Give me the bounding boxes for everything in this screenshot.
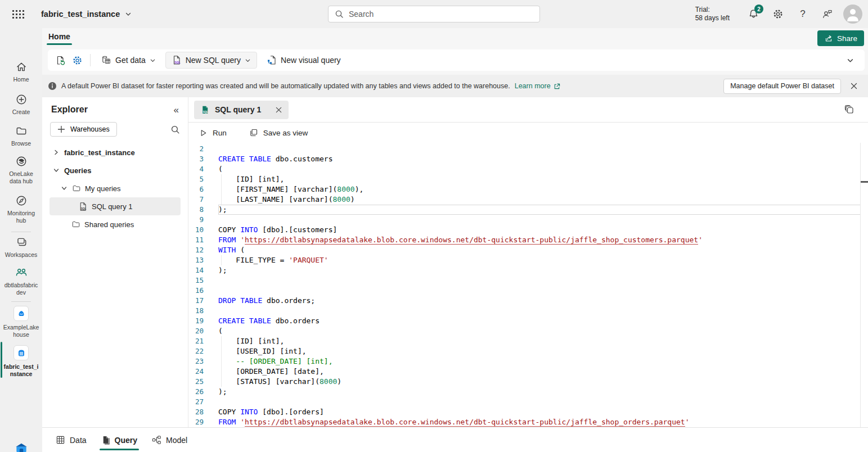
- new-visual-query-button[interactable]: New visual query: [260, 52, 347, 69]
- tree-item-my-queries[interactable]: My queries: [50, 179, 181, 197]
- gear-blue-icon: [72, 55, 83, 66]
- line-number: 23: [188, 356, 204, 367]
- sidebar-item-dbtlabsfabricdev[interactable]: dbtlabsfabricdev: [0, 266, 42, 296]
- external-link-icon: [553, 83, 560, 90]
- chevron-right-icon: [52, 148, 60, 156]
- code-line[interactable]: 29FROM 'https://dbtlabsynapsedatalake.bl…: [188, 417, 868, 427]
- code-line[interactable]: 12WITH (: [188, 245, 868, 255]
- banner-close-button[interactable]: [845, 78, 862, 94]
- code-line[interactable]: 19CREATE TABLE dbo.orders: [188, 316, 868, 326]
- layout-panes-icon[interactable]: [844, 105, 854, 115]
- code-text: DROP TABLE dbo.orders;: [218, 296, 861, 306]
- new-sql-query-button[interactable]: SQL New SQL query: [165, 52, 257, 69]
- line-number: 16: [188, 286, 204, 296]
- sidebar-item-browse[interactable]: Browse: [0, 125, 42, 147]
- feedback-button[interactable]: [815, 2, 840, 26]
- code-line[interactable]: 11FROM 'https://dbtlabsynapsedatalake.bl…: [188, 235, 868, 245]
- save-as-view-button[interactable]: Save as view: [246, 126, 312, 139]
- code-line[interactable]: 15: [188, 275, 868, 286]
- search-input[interactable]: Search: [328, 6, 540, 22]
- tree-item-shared-queries[interactable]: Shared queries: [50, 215, 181, 233]
- collapse-panel-icon[interactable]: «: [174, 105, 179, 115]
- workspaces-icon: [15, 236, 28, 248]
- tab-home[interactable]: Home: [47, 32, 72, 41]
- tree-item-sql-query-1[interactable]: SQL SQL query 1: [50, 197, 181, 215]
- code-line[interactable]: 20(: [188, 326, 868, 336]
- top-bar-actions: Trial: 58 days left 2 ?: [695, 0, 868, 28]
- line-number: 26: [188, 387, 204, 397]
- sidebar-item-create[interactable]: Create: [0, 93, 42, 116]
- code-line[interactable]: 13 FILE_TYPE = 'PARQUET': [188, 255, 868, 265]
- tab-data[interactable]: Data: [56, 428, 87, 452]
- app-launcher-icon[interactable]: [12, 10, 24, 19]
- code-line[interactable]: 9: [188, 215, 868, 225]
- code-line[interactable]: 2: [188, 144, 868, 154]
- tab-model[interactable]: Model: [152, 428, 187, 452]
- code-line[interactable]: 3CREATE TABLE dbo.customers: [188, 154, 868, 164]
- line-number: 7: [188, 195, 204, 205]
- ribbon-tab-row: Home Share: [42, 28, 868, 48]
- refresh-dataset-button[interactable]: [52, 52, 69, 69]
- editor-overview-ruler[interactable]: [860, 143, 861, 427]
- get-data-button[interactable]: Get data: [95, 52, 162, 69]
- lakehouse-icon: [14, 306, 29, 321]
- code-line[interactable]: 24 [ORDER_DATE] [date],: [188, 367, 868, 377]
- code-line[interactable]: 16: [188, 286, 868, 296]
- search-icon: [335, 10, 344, 19]
- code-line[interactable]: 8);: [188, 205, 868, 215]
- code-line[interactable]: 28COPY INTO [dbo].[orders]: [188, 407, 868, 417]
- tree-item-queries[interactable]: Queries: [50, 161, 181, 179]
- code-line[interactable]: 4(: [188, 164, 868, 174]
- code-text: FROM 'https://dbtlabsynapsedatalake.blob…: [218, 417, 861, 427]
- code-line[interactable]: 22 [USER_ID] [int],: [188, 346, 868, 356]
- help-button[interactable]: ?: [790, 2, 815, 26]
- code-line[interactable]: 18: [188, 306, 868, 316]
- sidebar-item-onelake-data-hub[interactable]: OneLake data hub: [0, 155, 42, 185]
- model-diagram-icon: [152, 435, 161, 445]
- avatar[interactable]: [843, 4, 862, 24]
- code-text: [USER_ID] [int],: [218, 346, 861, 356]
- code-text: (: [218, 326, 861, 336]
- learn-more-link[interactable]: Learn more: [515, 82, 560, 90]
- share-button[interactable]: Share: [817, 30, 864, 46]
- sidebar-item-data-warehouse[interactable]: Data Warehouse: [0, 442, 42, 452]
- code-line[interactable]: 14);: [188, 265, 868, 275]
- run-button[interactable]: Run: [196, 126, 230, 139]
- code-line[interactable]: 7 [LAST_NAME] [varchar](8000): [188, 195, 868, 205]
- code-text: [LAST_NAME] [varchar](8000): [218, 195, 861, 205]
- code-line[interactable]: 21 [ID] [int],: [188, 336, 868, 346]
- chevron-down-icon: [150, 57, 156, 64]
- notifications-button[interactable]: 2: [741, 2, 766, 26]
- sidebar-item-examplelakehouse[interactable]: ExampleLakehouse: [0, 306, 42, 338]
- code-line[interactable]: 5 [ID] [int],: [188, 174, 868, 184]
- rail-divider: [11, 301, 31, 302]
- query-settings-button[interactable]: [69, 52, 86, 69]
- sidebar-item-home[interactable]: Home: [0, 61, 42, 83]
- code-line[interactable]: 27: [188, 397, 868, 407]
- code-line[interactable]: 6 [FIRST_NAME] [varchar](8000),: [188, 184, 868, 195]
- tab-query[interactable]: Query: [101, 428, 137, 452]
- add-warehouses-button[interactable]: Warehouses: [50, 122, 117, 137]
- close-tab-icon[interactable]: [275, 106, 282, 114]
- sidebar-item-fabric-test-instance[interactable]: fabric_test_instance: [0, 345, 42, 378]
- sidebar-item-monitoring-hub[interactable]: Monitoring hub: [0, 195, 42, 224]
- code-line[interactable]: 26);: [188, 387, 868, 397]
- code-line[interactable]: 25 [STATUS] [varchar](8000): [188, 377, 868, 387]
- manage-default-dataset-button[interactable]: Manage default Power BI dataset: [723, 79, 841, 94]
- save-view-icon: [249, 128, 258, 137]
- sql-code-editor[interactable]: 23CREATE TABLE dbo.customers4(5 [ID] [in…: [188, 143, 868, 427]
- workspace-switcher[interactable]: fabric_test_instance: [41, 10, 132, 19]
- left-nav-rail: Home Create Browse OneLake data hub Moni…: [0, 28, 42, 452]
- line-number: 13: [188, 255, 204, 265]
- monitoring-compass-icon: [15, 195, 28, 207]
- settings-button[interactable]: [766, 2, 790, 26]
- tree-item-warehouse[interactable]: fabric_test_instance: [50, 143, 181, 161]
- code-line[interactable]: 10COPY INTO [dbo].[customers]: [188, 225, 868, 235]
- explorer-search-icon[interactable]: [170, 125, 180, 134]
- code-line[interactable]: 23 -- [ORDER_DATE] [int],: [188, 356, 868, 367]
- tab-sql-query-1[interactable]: SQL SQL query 1: [194, 101, 289, 119]
- sidebar-item-workspaces[interactable]: Workspaces: [0, 236, 42, 259]
- code-line[interactable]: 17DROP TABLE dbo.orders;: [188, 296, 868, 306]
- line-number: 8: [188, 205, 204, 215]
- toolbar-expand-chevron[interactable]: [847, 57, 854, 64]
